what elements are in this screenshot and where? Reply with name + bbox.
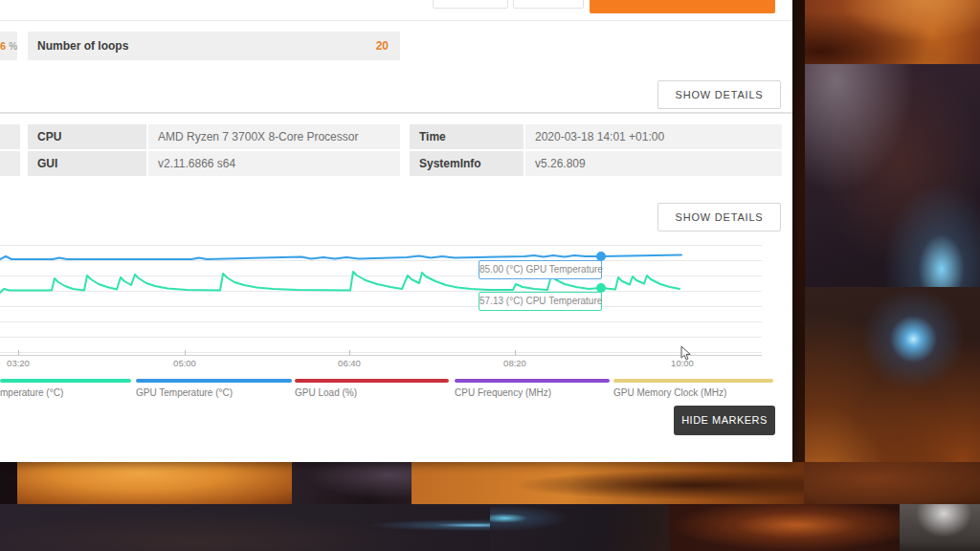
hide-markers-button[interactable]: HIDE MARKERS (674, 406, 775, 435)
top-toolbar-button[interactable] (433, 0, 508, 9)
legend-item-cpu-temperature[interactable]: mperature (°C) (0, 379, 131, 398)
monitoring-chart[interactable] (0, 241, 792, 356)
table-label-cpu: CPU (28, 124, 146, 149)
background-screenshot-tile (805, 64, 980, 287)
legend-item-gpu-temperature[interactable]: GPU Temperature (°C) (136, 379, 292, 398)
fragment-unit: % (9, 41, 17, 52)
legend-color-bar (613, 379, 773, 383)
background-screenshot-tile (292, 462, 412, 504)
background-screenshot-tile (0, 504, 490, 551)
cpu-temperature-tooltip: 57.13 (°C) CPU Temperature (479, 292, 602, 311)
section-divider (0, 112, 792, 114)
chart-x-axis (0, 355, 762, 356)
show-details-button-monitoring[interactable]: SHOW DETAILS (657, 203, 781, 231)
background-screenshot-tile (670, 504, 900, 551)
primary-action-button[interactable] (590, 0, 775, 13)
number-of-loops-value: 20 (376, 32, 389, 60)
background-screenshot-tile (17, 462, 292, 504)
legend-item-gpu-load[interactable]: GPU Load (%) (295, 379, 449, 398)
number-of-loops-row: Number of loops 20 (28, 32, 400, 60)
background-screenshot-tile (792, 0, 805, 462)
fragment-value: 6 (0, 40, 6, 52)
background-screenshot-tile (792, 0, 980, 64)
show-details-button-result[interactable]: SHOW DETAILS (657, 80, 781, 109)
legend-item-cpu-frequency[interactable]: CPU Frequency (MHz) (455, 379, 610, 398)
mouse-cursor-icon (680, 345, 692, 362)
table-value-time: 2020-03-18 14:01 +01:00 (525, 124, 782, 149)
axis-tick (18, 350, 19, 355)
background-screenshot-tile (412, 462, 804, 504)
axis-tick-label: 06:40 (338, 358, 361, 368)
cutoff-value-fragment: 6 % (0, 32, 17, 60)
cutoff-table-fragment (0, 124, 20, 149)
background-screenshot-tile (0, 462, 17, 504)
table-label-systeminfo: SystemInfo (410, 151, 523, 176)
table-value-systeminfo: v5.26.809 (525, 151, 782, 176)
screen: 6 % Number of loops 20 SHOW DETAILS CPU … (0, 0, 980, 551)
table-label-time: Time (410, 124, 523, 149)
chart-svg (0, 241, 792, 356)
axis-tick (349, 350, 350, 355)
legend-label: GPU Memory Clock (MHz) (613, 387, 773, 398)
axis-tick-label: 05:00 (173, 358, 196, 368)
results-panel: 6 % Number of loops 20 SHOW DETAILS CPU … (0, 0, 792, 462)
axis-tick (185, 350, 186, 355)
background-screenshot-tile (490, 504, 670, 551)
table-value-gui: v2.11.6866 s64 (148, 151, 400, 176)
axis-tick (515, 350, 516, 355)
legend-label: CPU Frequency (MHz) (455, 387, 610, 398)
legend-color-bar (0, 379, 131, 383)
axis-tick-label: 08:20 (503, 358, 526, 368)
table-value-cpu: AMD Ryzen 7 3700X 8-Core Processor (148, 124, 400, 149)
legend-label: mperature (°C) (0, 387, 131, 398)
table-label-gui: GUI (28, 151, 146, 176)
legend-label: GPU Temperature (°C) (136, 387, 292, 398)
cutoff-table-fragment (0, 151, 20, 176)
top-toolbar-button[interactable] (513, 0, 584, 9)
legend-color-bar (136, 379, 292, 383)
gpu-temperature-tooltip: 85.00 (°C) GPU Temperature (479, 260, 602, 279)
legend-label: GPU Load (%) (295, 387, 449, 398)
background-screenshot-tile (804, 462, 980, 504)
legend-color-bar (295, 379, 449, 383)
axis-tick-label: 03:20 (7, 358, 30, 368)
background-screenshot-tile (900, 504, 980, 551)
legend-color-bar (455, 379, 610, 383)
legend-item-gpu-memory-clock[interactable]: GPU Memory Clock (MHz) (613, 379, 773, 398)
number-of-loops-label: Number of loops (37, 32, 128, 60)
section-divider (0, 20, 792, 21)
